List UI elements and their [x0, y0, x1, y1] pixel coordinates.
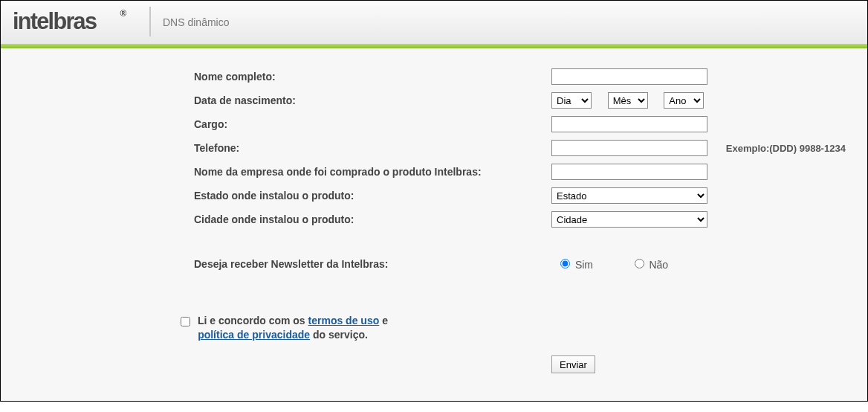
dob-month-select[interactable]: Mês [608, 92, 648, 109]
phone-input[interactable] [551, 140, 707, 156]
city-select[interactable]: Cidade [551, 211, 707, 228]
newsletter-no-radio[interactable] [635, 259, 644, 268]
privacy-link[interactable]: política de privacidade [198, 329, 310, 341]
phone-label: Telefone: [16, 139, 551, 157]
phone-hint: Exemplo:(DDD) 9988-1234 [716, 139, 852, 157]
company-input[interactable] [551, 164, 707, 180]
newsletter-no-option[interactable]: Não [626, 259, 669, 271]
brand-logo: intelbras ® [13, 7, 139, 36]
brand-text: intelbras [13, 9, 97, 33]
terms-cell: Li e concordo com os termos de uso e pol… [16, 277, 551, 347]
newsletter-yes-radio[interactable] [560, 259, 570, 268]
city-label: Cidade onde instalou o produto: [16, 210, 551, 228]
state-label: Estado onde instalou o produto: [16, 187, 551, 205]
dob-day-select[interactable]: Dia [551, 92, 592, 109]
terms-prefix: Li e concordo com os [198, 315, 308, 326]
terms-link[interactable]: termos de uso [308, 315, 380, 326]
page-subtitle: DNS dinâmico [163, 16, 229, 28]
company-label: Nome da empresa onde foi comprado o prod… [16, 163, 551, 181]
jobtitle-input[interactable] [551, 116, 707, 132]
terms-mid: e [382, 315, 388, 326]
fullname-input[interactable] [551, 68, 707, 85]
dob-label: Data de nascimento: [16, 91, 551, 109]
state-select[interactable]: Estado [551, 187, 707, 204]
dob-year-select[interactable]: Ano [664, 92, 704, 109]
svg-text:®: ® [120, 9, 126, 19]
header-divider [149, 7, 151, 36]
header-bar: intelbras ® DNS dinâmico [1, 1, 867, 44]
newsletter-yes-option[interactable]: Sim [551, 259, 596, 271]
jobtitle-label: Cargo: [16, 115, 551, 133]
terms-checkbox[interactable] [181, 317, 190, 326]
newsletter-label: Deseja receber Newsletter da Intelbras: [16, 234, 551, 271]
newsletter-yes-text: Sim [575, 259, 593, 271]
form-panel: Nome completo: Data de nascimento: Dia M… [1, 48, 867, 401]
fullname-label: Nome completo: [16, 68, 551, 86]
terms-suffix: do serviço. [313, 329, 368, 341]
submit-button[interactable]: Enviar [551, 355, 595, 373]
newsletter-no-text: Não [649, 259, 668, 271]
